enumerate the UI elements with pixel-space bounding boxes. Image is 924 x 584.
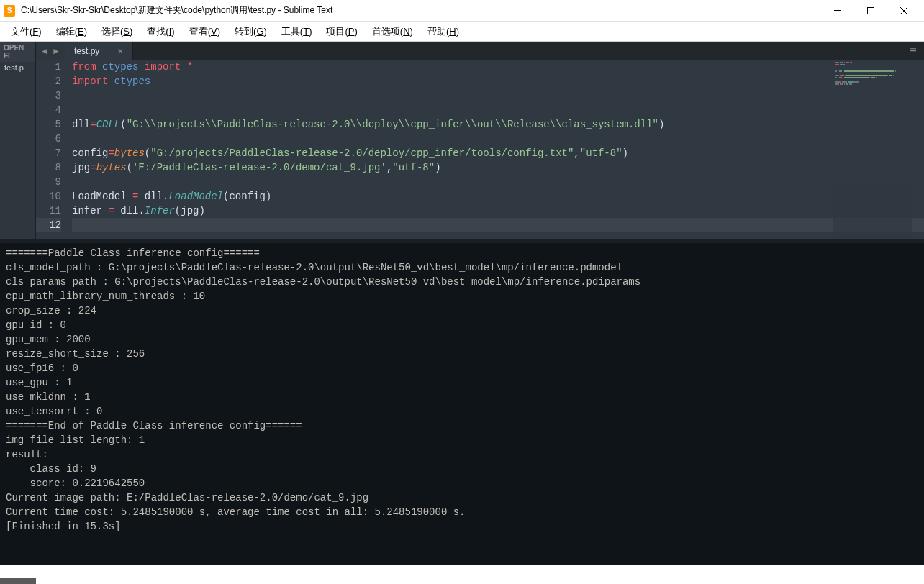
tab-nav-back-icon[interactable]: ◄ [39,45,50,57]
line-number: 1 [36,60,61,74]
menu-item[interactable]: 项目(P) [319,22,364,41]
sidebar[interactable]: OPEN FI test.p [0,42,36,239]
window-title: C:\Users\Skr-Skr-Skr\Desktop\新建文件夹\code\… [21,4,821,17]
line-number: 8 [36,160,61,175]
tab-nav-arrows: ◄ ► [36,42,65,60]
editor-main: ◄ ► test.py × ≡ 123456789101112 from cty… [36,42,924,239]
line-number-gutter: 123456789101112 [36,60,72,239]
menu-item[interactable]: 首选项(N) [365,22,420,41]
tab-bar: ◄ ► test.py × ≡ [36,42,924,60]
file-tab[interactable]: test.py × [65,42,133,60]
code-line[interactable] [72,132,924,146]
editor-area: OPEN FI test.p ◄ ► test.py × ≡ 123456789… [0,42,924,239]
line-number: 10 [36,189,61,204]
code-line[interactable]: LoadModel = dll.LoadModel(config) [72,189,924,204]
close-icon [900,7,907,14]
code-line[interactable] [72,175,924,189]
menu-item[interactable]: 查找(I) [140,22,181,41]
line-number: 5 [36,117,61,132]
code-line[interactable]: jpg=bytes('E:/PaddleClas-release-2.0/dem… [72,160,924,175]
menu-item[interactable]: 文件(F) [4,22,49,41]
minimize-icon [834,10,841,11]
code-line[interactable]: import ctypes [72,74,924,88]
code-line[interactable]: dll=CDLL("G:\\projects\\PaddleClas-relea… [72,117,924,132]
sidebar-file[interactable]: test.p [0,62,35,73]
maximize-button[interactable] [854,0,887,22]
line-number: 9 [36,175,61,189]
code-content[interactable]: from ctypes import *import ctypesdll=CDL… [72,60,924,239]
window-titlebar: S C:\Users\Skr-Skr-Skr\Desktop\新建文件夹\cod… [0,0,924,22]
code-editor[interactable]: 123456789101112 from ctypes import *impo… [36,60,924,239]
line-number: 6 [36,132,61,146]
code-line[interactable]: config=bytes("G:/projects/PaddleClas-rel… [72,146,924,160]
maximize-icon [867,7,874,14]
code-line[interactable] [72,88,924,103]
status-indicator [0,578,36,584]
line-number: 2 [36,74,61,88]
sidebar-header: OPEN FI [0,42,35,62]
line-number: 7 [36,146,61,160]
minimap[interactable] [833,60,912,239]
app-icon: S [4,5,15,17]
menu-item[interactable]: 选择(S) [94,22,140,41]
code-line[interactable]: infer = dll.Infer(jpg) [72,204,924,218]
menu-item[interactable]: 编辑(E) [49,22,94,41]
tab-label: test.py [74,46,99,56]
line-number: 11 [36,204,61,218]
menu-bar: 文件(F)编辑(E)选择(S)查找(I)查看(V)转到(G)工具(T)项目(P)… [0,22,924,42]
menu-item[interactable]: 帮助(H) [420,22,466,41]
menu-item[interactable]: 查看(V) [182,22,227,41]
tab-nav-forward-icon[interactable]: ► [50,45,62,57]
minimize-button[interactable] [821,0,854,22]
tab-menu-icon[interactable]: ≡ [902,42,924,60]
menu-item[interactable]: 转到(G) [227,22,274,41]
line-number: 12 [36,218,61,232]
build-output-panel[interactable]: =======Paddle Class inference config====… [0,243,924,565]
code-line[interactable]: from ctypes import * [72,60,924,74]
line-number: 4 [36,103,61,117]
line-number: 3 [36,88,61,103]
window-controls [821,0,920,22]
menu-item[interactable]: 工具(T) [274,22,320,41]
tab-close-icon[interactable]: × [117,45,123,57]
code-line[interactable] [72,103,924,117]
code-line[interactable] [72,218,924,232]
svg-rect-1 [868,7,874,14]
svg-rect-0 [834,10,841,11]
close-button[interactable] [887,0,920,22]
